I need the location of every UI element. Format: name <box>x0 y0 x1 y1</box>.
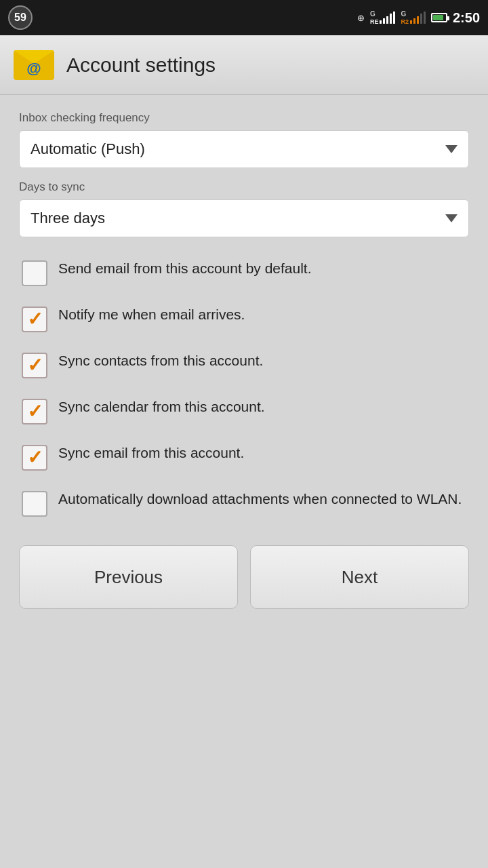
inbox-frequency-label: Inbox checking frequency <box>19 111 469 125</box>
network-label-2: GR2 <box>401 10 409 25</box>
signal-bars-2 <box>410 12 426 24</box>
previous-button[interactable]: Previous <box>19 545 238 609</box>
checkbox-notify-email[interactable]: ✓ Notify me when email arrives. <box>19 296 469 342</box>
page-title: Account settings <box>66 54 216 77</box>
checkbox-send-default-box <box>22 260 47 286</box>
app-icon: @ <box>14 45 54 85</box>
days-to-sync-label: Days to sync <box>19 180 469 194</box>
at-symbol-icon: @ <box>26 60 41 77</box>
checkbox-send-default-label: Send email from this account by default. <box>58 259 312 277</box>
checkbox-sync-email[interactable]: ✓ Sync email from this account. <box>19 434 469 480</box>
main-content: Inbox checking frequency Automatic (Push… <box>0 95 488 623</box>
network-label-1: GRE <box>370 10 379 25</box>
checkbox-sync-email-box: ✓ <box>22 445 47 471</box>
checkbox-auto-download-label: Automatically download attachments when … <box>58 490 462 508</box>
status-time: 2:50 <box>453 10 480 26</box>
signal-bars-1 <box>380 12 395 24</box>
checkbox-sync-calendar[interactable]: ✓ Sync calendar from this account. <box>19 388 469 434</box>
checkbox-sync-email-label: Sync email from this account. <box>58 443 244 462</box>
checkbox-notify-email-box: ✓ <box>22 307 47 332</box>
checkbox-sync-contacts[interactable]: ✓ Sync contacts from this account. <box>19 342 469 388</box>
days-to-sync-value: Three days <box>30 210 105 227</box>
inbox-frequency-arrow-icon <box>445 145 458 153</box>
days-to-sync-dropdown[interactable]: Three days <box>19 199 469 237</box>
battery-fill <box>433 15 443 20</box>
checkbox-sync-calendar-label: Sync calendar from this account. <box>58 397 265 416</box>
checkbox-sync-contacts-label: Sync contacts from this account. <box>58 351 263 370</box>
checkbox-list: Send email from this account by default.… <box>19 250 469 526</box>
checkmark-icon: ✓ <box>27 402 43 421</box>
checkmark-icon: ✓ <box>27 310 43 329</box>
buttons-row: Previous Next <box>19 545 469 609</box>
checkbox-auto-download-box <box>22 491 47 517</box>
days-to-sync-arrow-icon <box>445 214 458 222</box>
checkbox-send-default[interactable]: Send email from this account by default. <box>19 250 469 296</box>
email-envelope-icon: @ <box>14 50 54 80</box>
inbox-frequency-value: Automatic (Push) <box>30 140 145 158</box>
checkbox-notify-email-label: Notify me when email arrives. <box>58 305 245 323</box>
inbox-frequency-dropdown[interactable]: Automatic (Push) <box>19 130 469 168</box>
checkbox-sync-contacts-box: ✓ <box>22 353 47 378</box>
checkbox-sync-calendar-box: ✓ <box>22 399 47 425</box>
vpn-icon: ⊕ <box>357 13 365 23</box>
next-button[interactable]: Next <box>250 545 469 609</box>
signal-group-2: GR2 <box>401 10 426 25</box>
status-bar: 59 ⊕ GRE GR2 2:50 <box>0 0 488 35</box>
notification-badge: 59 <box>8 5 33 30</box>
checkbox-auto-download[interactable]: Automatically download attachments when … <box>19 480 469 526</box>
checkmark-icon: ✓ <box>27 448 43 467</box>
signal-group-1: GRE <box>370 10 396 25</box>
battery-icon <box>431 13 447 22</box>
app-header: @ Account settings <box>0 35 488 95</box>
checkmark-icon: ✓ <box>27 356 43 375</box>
